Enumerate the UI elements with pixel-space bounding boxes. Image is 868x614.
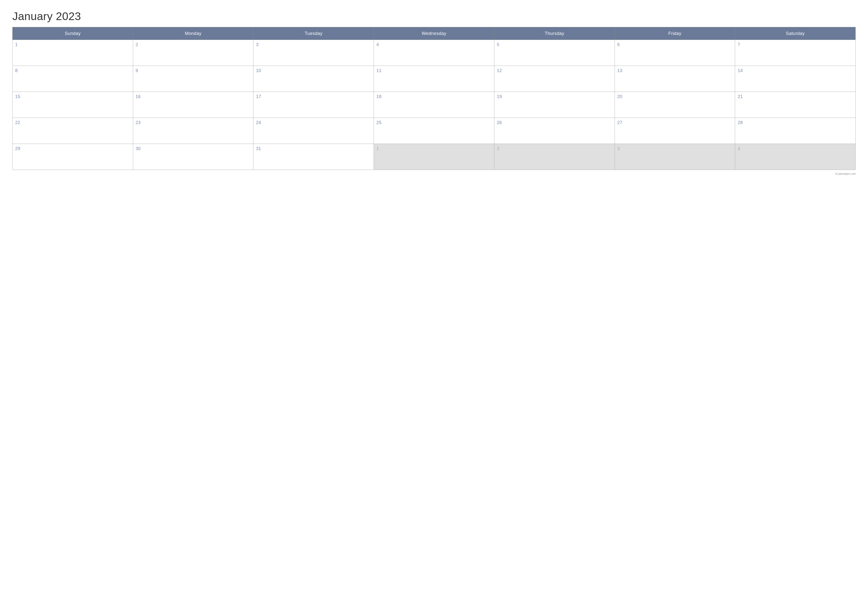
calendar-day-cell[interactable]: 22 xyxy=(12,118,133,144)
day-number: 28 xyxy=(738,120,743,125)
day-number: 1 xyxy=(377,146,379,151)
day-number: 6 xyxy=(617,42,620,47)
day-number: 10 xyxy=(256,68,261,73)
day-number: 23 xyxy=(136,120,141,125)
weekday-header-saturday: Saturday xyxy=(735,27,856,40)
day-number: 3 xyxy=(256,42,258,47)
watermark: iCalendars.net xyxy=(12,172,856,176)
calendar-day-cell[interactable]: 31 xyxy=(253,144,374,170)
calendar-day-cell[interactable]: 26 xyxy=(494,118,615,144)
calendar-day-cell[interactable]: 15 xyxy=(12,92,133,118)
calendar-day-cell[interactable]: 6 xyxy=(615,40,735,66)
day-number: 15 xyxy=(15,94,20,99)
calendar-week-row: 2930311234 xyxy=(12,144,856,170)
calendar-week-row: 15161718192021 xyxy=(12,92,856,118)
day-number: 25 xyxy=(377,120,381,125)
calendar-week-row: 22232425262728 xyxy=(12,118,856,144)
day-number: 16 xyxy=(136,94,141,99)
day-number: 11 xyxy=(377,68,381,73)
calendar-day-cell[interactable]: 27 xyxy=(615,118,735,144)
day-number: 18 xyxy=(377,94,381,99)
weekday-header-tuesday: Tuesday xyxy=(253,27,374,40)
calendar-day-cell[interactable]: 24 xyxy=(253,118,374,144)
calendar-day-cell[interactable]: 9 xyxy=(133,66,253,92)
day-number: 19 xyxy=(497,94,502,99)
calendar-day-cell[interactable]: 19 xyxy=(494,92,615,118)
day-number: 17 xyxy=(256,94,261,99)
day-number: 27 xyxy=(617,120,623,125)
calendar-day-cell[interactable]: 1 xyxy=(374,144,494,170)
day-number: 31 xyxy=(256,146,261,151)
day-number: 2 xyxy=(497,146,499,151)
calendar-day-cell[interactable]: 2 xyxy=(494,144,615,170)
day-number: 14 xyxy=(738,68,743,73)
weekday-header-monday: Monday xyxy=(133,27,253,40)
calendar-day-cell[interactable]: 12 xyxy=(494,66,615,92)
calendar-day-cell[interactable]: 28 xyxy=(735,118,856,144)
calendar-week-row: 891011121314 xyxy=(12,66,856,92)
day-number: 12 xyxy=(497,68,502,73)
calendar-day-cell[interactable]: 20 xyxy=(615,92,735,118)
calendar-table: SundayMondayTuesdayWednesdayThursdayFrid… xyxy=(12,27,856,170)
day-number: 3 xyxy=(617,146,620,151)
day-number: 2 xyxy=(136,42,138,47)
day-number: 4 xyxy=(377,42,379,47)
day-number: 5 xyxy=(497,42,499,47)
weekday-header-sunday: Sunday xyxy=(12,27,133,40)
calendar-body: 1234567891011121314151617181920212223242… xyxy=(12,40,856,170)
day-number: 21 xyxy=(738,94,743,99)
calendar-day-cell[interactable]: 11 xyxy=(374,66,494,92)
calendar-day-cell[interactable]: 18 xyxy=(374,92,494,118)
calendar-day-cell[interactable]: 4 xyxy=(374,40,494,66)
day-number: 20 xyxy=(617,94,623,99)
calendar-day-cell[interactable]: 16 xyxy=(133,92,253,118)
calendar-day-cell[interactable]: 4 xyxy=(735,144,856,170)
calendar-day-cell[interactable]: 8 xyxy=(12,66,133,92)
calendar-day-cell[interactable]: 2 xyxy=(133,40,253,66)
calendar-week-row: 1234567 xyxy=(12,40,856,66)
calendar-day-cell[interactable]: 7 xyxy=(735,40,856,66)
weekday-header-friday: Friday xyxy=(615,27,735,40)
day-number: 7 xyxy=(738,42,740,47)
calendar-day-cell[interactable]: 30 xyxy=(133,144,253,170)
calendar-day-cell[interactable]: 29 xyxy=(12,144,133,170)
day-number: 1 xyxy=(15,42,17,47)
weekday-header-row: SundayMondayTuesdayWednesdayThursdayFrid… xyxy=(12,27,856,40)
day-number: 26 xyxy=(497,120,502,125)
day-number: 30 xyxy=(136,146,141,151)
calendar-day-cell[interactable]: 5 xyxy=(494,40,615,66)
calendar-day-cell[interactable]: 25 xyxy=(374,118,494,144)
day-number: 24 xyxy=(256,120,261,125)
calendar-day-cell[interactable]: 3 xyxy=(615,144,735,170)
day-number: 4 xyxy=(738,146,740,151)
calendar-day-cell[interactable]: 21 xyxy=(735,92,856,118)
calendar-day-cell[interactable]: 23 xyxy=(133,118,253,144)
day-number: 9 xyxy=(136,68,138,73)
day-number: 22 xyxy=(15,120,20,125)
day-number: 8 xyxy=(15,68,17,73)
weekday-header-wednesday: Wednesday xyxy=(374,27,494,40)
calendar-day-cell[interactable]: 10 xyxy=(253,66,374,92)
day-number: 13 xyxy=(617,68,623,73)
calendar-day-cell[interactable]: 13 xyxy=(615,66,735,92)
calendar-day-cell[interactable]: 1 xyxy=(12,40,133,66)
calendar-day-cell[interactable]: 14 xyxy=(735,66,856,92)
page-title: January 2023 xyxy=(12,10,856,23)
day-number: 29 xyxy=(15,146,20,151)
calendar-day-cell[interactable]: 3 xyxy=(253,40,374,66)
weekday-header-thursday: Thursday xyxy=(494,27,615,40)
calendar-day-cell[interactable]: 17 xyxy=(253,92,374,118)
